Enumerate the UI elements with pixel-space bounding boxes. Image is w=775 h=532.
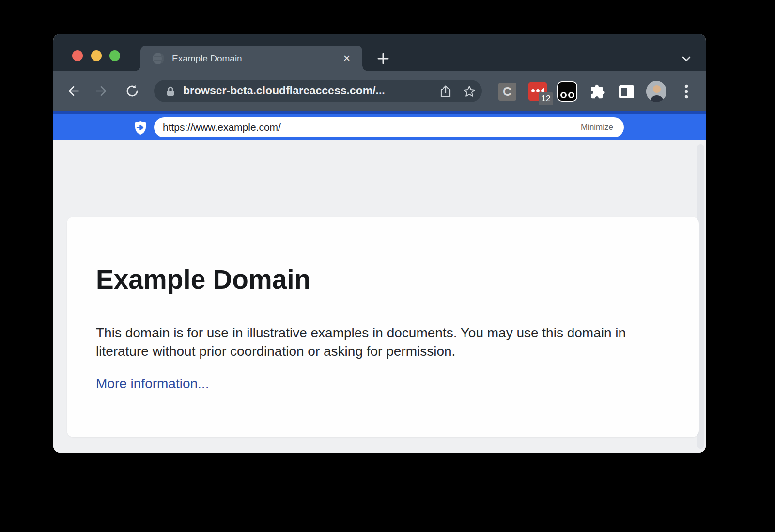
extension-camera-icon[interactable] [557,81,577,102]
browser-menu-icon[interactable] [676,81,697,102]
page-viewport: Example Domain This domain is for use in… [53,140,706,453]
isolation-url-input[interactable]: https://www.example.com/ Minimize [154,117,624,137]
tick-icon [543,88,544,92]
side-panel-icon[interactable] [616,81,636,102]
browser-window: Example Domain ✕ [53,34,706,453]
page-body-text: This domain is for use in illustrative e… [96,324,655,361]
extensions-puzzle-icon[interactable] [587,81,607,102]
new-tab-button[interactable] [372,48,394,69]
profile-avatar[interactable] [646,81,666,102]
tab-search-chevron-icon[interactable] [676,48,697,69]
bookmark-star-icon[interactable] [463,85,476,98]
page-heading: Example Domain [96,264,699,295]
extension-c-icon[interactable]: C [497,81,517,102]
example-domain-card: Example Domain This domain is for use in… [67,217,699,437]
minimize-window-button[interactable] [91,50,102,61]
address-bar-url[interactable]: browser-beta.cloudflareaccess.com/... [183,84,385,97]
extension-badge: 12 [539,92,553,105]
lock-icon[interactable] [166,86,175,97]
reload-button[interactable] [122,80,143,102]
extension-password-icon[interactable]: 12 [527,81,548,102]
browser-toolbar: browser-beta.cloudflareaccess.com/... C … [53,71,706,111]
tab-close-icon[interactable]: ✕ [340,51,354,65]
extension-c-label: C [498,83,516,101]
browser-tab[interactable]: Example Domain ✕ [140,46,362,71]
tab-strip: Example Domain ✕ [53,34,706,71]
dots-icon [531,89,544,92]
isolation-url-text[interactable]: https://www.example.com/ [163,122,281,133]
minimize-bar-button[interactable]: Minimize [581,122,613,132]
forward-button[interactable] [92,80,113,102]
isolation-url-bar: https://www.example.com/ Minimize [53,111,706,140]
shield-icon [134,121,147,135]
address-bar[interactable]: browser-beta.cloudflareaccess.com/... [154,80,482,102]
maximize-window-button[interactable] [109,50,120,61]
more-information-link[interactable]: More information... [96,376,209,392]
tab-title: Example Domain [172,53,242,64]
back-button[interactable] [62,80,83,102]
globe-favicon-icon [152,52,165,65]
close-window-button[interactable] [72,50,83,61]
share-icon[interactable] [439,85,452,98]
